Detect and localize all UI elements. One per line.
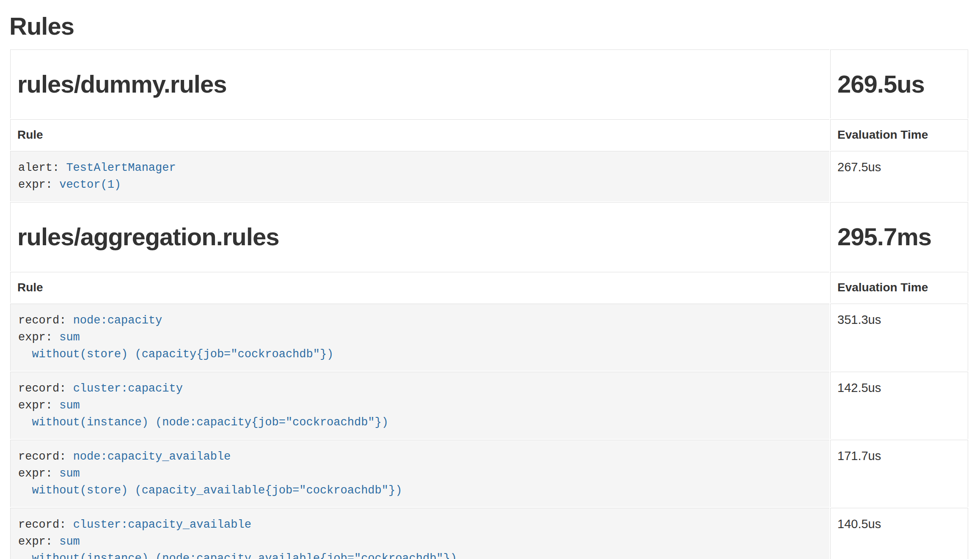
rule-code: alert: TestAlertManager expr: vector(1) (18, 159, 822, 193)
rule-code: record: cluster:capacity expr: sum witho… (18, 380, 822, 431)
rule-group-header-row: rules/aggregation.rules295.7ms (10, 202, 968, 271)
code-key-text: alert: (18, 162, 66, 174)
rule-row: record: node:capacity_available expr: su… (10, 440, 968, 507)
rule-definition-cell: alert: TestAlertManager expr: vector(1) (10, 151, 829, 201)
code-key-text: expr: (18, 535, 59, 548)
rule-link[interactable]: sum (59, 467, 80, 480)
rule-group-evaluation-time: 295.7ms (837, 223, 961, 250)
page-title: Rules (9, 10, 969, 40)
code-key-text: record: (18, 450, 73, 463)
code-key-text: record: (18, 314, 73, 327)
rule-link[interactable]: without(instance) (node:capacity_availab… (18, 552, 457, 559)
rule-definition-cell: record: cluster:capacity expr: sum witho… (10, 372, 829, 439)
rule-code: record: cluster:capacity_available expr:… (18, 516, 822, 559)
rule-code: record: node:capacity_available expr: su… (18, 448, 822, 499)
rule-definition-cell: record: cluster:capacity_available expr:… (10, 508, 829, 559)
rule-row: record: node:capacity expr: sum without(… (10, 304, 968, 371)
code-key-text: record: (18, 518, 73, 531)
rule-link[interactable]: cluster:capacity (73, 382, 183, 395)
code-key-text: expr: (18, 178, 59, 191)
rule-row: record: cluster:capacity_available expr:… (10, 508, 968, 559)
rule-definition-cell: record: node:capacity_available expr: su… (10, 440, 829, 507)
rule-code: record: node:capacity expr: sum without(… (18, 312, 822, 363)
rule-row: alert: TestAlertManager expr: vector(1)2… (10, 151, 968, 201)
rule-evaluation-time-cell: 351.3us (830, 304, 968, 371)
column-header-evaluation-time: Evaluation Time (830, 119, 968, 150)
rule-group-evaluation-time-cell: 295.7ms (830, 202, 968, 271)
rule-group-evaluation-time-cell: 269.5us (830, 49, 968, 118)
column-header-rule: Rule (10, 119, 829, 150)
rule-evaluation-time-cell: 267.5us (830, 151, 968, 201)
column-header-evaluation-time: Evaluation Time (830, 272, 968, 303)
rule-evaluation-time-cell: 140.5us (830, 508, 968, 559)
rule-link[interactable]: sum (59, 331, 80, 344)
rule-link[interactable]: vector(1) (59, 178, 121, 191)
code-key-text: record: (18, 382, 73, 395)
rule-link[interactable]: node:capacity_available (73, 450, 231, 463)
rule-link[interactable]: TestAlertManager (66, 162, 176, 174)
column-header-row: RuleEvaluation Time (10, 119, 968, 150)
rule-group-name-cell: rules/aggregation.rules (10, 202, 829, 271)
rule-link[interactable]: without(store) (capacity_available{job="… (18, 484, 402, 497)
rule-group-name-cell: rules/dummy.rules (10, 49, 829, 118)
rule-group-name: rules/aggregation.rules (17, 223, 823, 250)
rule-row: record: cluster:capacity expr: sum witho… (10, 372, 968, 439)
rule-link[interactable]: without(instance) (node:capacity{job="co… (18, 416, 388, 429)
rule-link[interactable]: without(store) (capacity{job="cockroachd… (18, 348, 333, 361)
rule-group-name: rules/dummy.rules (17, 71, 823, 98)
rule-link[interactable]: sum (59, 399, 80, 412)
rule-group-evaluation-time: 269.5us (837, 71, 961, 98)
rule-definition-cell: record: node:capacity expr: sum without(… (10, 304, 829, 371)
code-key-text: expr: (18, 399, 59, 412)
rule-group-header-row: rules/dummy.rules269.5us (10, 49, 968, 118)
rules-table: rules/dummy.rules269.5usRuleEvaluation T… (9, 49, 969, 559)
rule-link[interactable]: sum (59, 535, 80, 548)
rule-link[interactable]: cluster:capacity_available (73, 518, 251, 531)
rule-evaluation-time-cell: 171.7us (830, 440, 968, 507)
column-header-row: RuleEvaluation Time (10, 272, 968, 303)
column-header-rule: Rule (10, 272, 829, 303)
rules-table-body: rules/dummy.rules269.5usRuleEvaluation T… (10, 49, 968, 559)
code-key-text: expr: (18, 467, 59, 480)
code-key-text: expr: (18, 331, 59, 344)
rule-evaluation-time-cell: 142.5us (830, 372, 968, 439)
rule-link[interactable]: node:capacity (73, 314, 162, 327)
